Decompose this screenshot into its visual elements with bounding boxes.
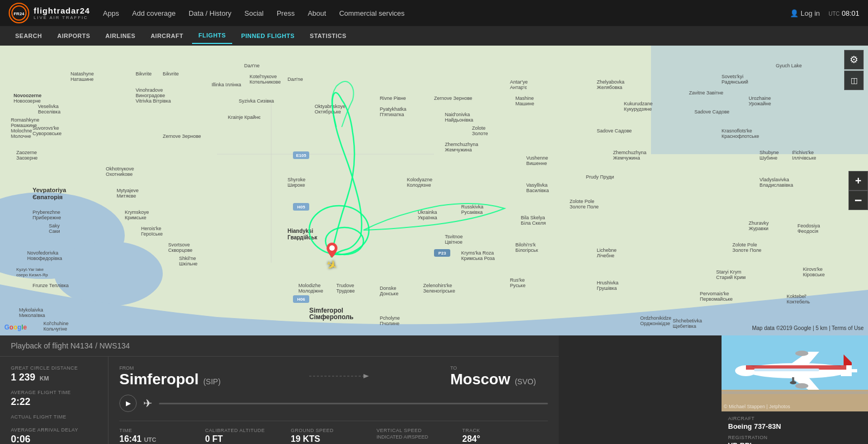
- zoom-in-button[interactable]: +: [848, 171, 868, 191]
- svg-text:Kotel'nyкоve: Kotel'nyкоve: [250, 74, 277, 79]
- svg-text:Бikvrite: Бikvrite: [163, 71, 178, 77]
- svg-text:Zolote Pole: Zolote Pole: [732, 242, 757, 248]
- svg-text:Kolodyazne: Kolodyazne: [407, 177, 432, 182]
- svg-text:Novofedorivka: Novofedorivka: [27, 250, 59, 256]
- svg-text:Zaozerne: Zaozerne: [16, 150, 37, 155]
- svg-text:Vitrivka Вітрівка: Vitrivka Вітрівка: [136, 98, 171, 104]
- aircraft-panel: ×: [722, 335, 868, 444]
- subnav-pinned-flights[interactable]: PINNED FLIGHTS: [234, 28, 301, 43]
- layers-button[interactable]: ◫: [844, 71, 864, 90]
- sub-navigation: SEARCH AIRPORTS AIRLINES AIRCRAFT FLIGHT…: [0, 26, 868, 46]
- svg-text:Миколаївка: Миколаївка: [19, 313, 45, 318]
- svg-text:Молодіжне: Молодіжне: [298, 288, 323, 294]
- svg-text:Staryi Krym: Staryi Krym: [716, 269, 742, 275]
- svg-text:Первомайське: Первомайське: [700, 296, 733, 302]
- playback-progress-bar[interactable]: [159, 403, 548, 404]
- map-container[interactable]: E105 H05 P23 H06 Novoozerne Новоозерне V…: [0, 46, 868, 335]
- subnav-airports[interactable]: AIRPORTS: [50, 28, 97, 43]
- svg-text:Грушівка: Грушівка: [597, 286, 617, 291]
- svg-text:Vladyslavivka: Vladyslavivka: [760, 177, 789, 182]
- subnav-aircraft[interactable]: AIRCRAFT: [144, 28, 190, 43]
- svg-text:Веселівка: Веселівка: [38, 109, 60, 115]
- svg-text:Trudove: Trudove: [336, 283, 354, 288]
- svg-text:Білогірськ: Білогірськ: [515, 248, 538, 253]
- svg-point-5: [54, 241, 163, 306]
- stats-column: GREAT CIRCLE DISTANCE 1 239 KM AVERAGE F…: [0, 357, 108, 444]
- subnav-airlines[interactable]: AIRLINES: [99, 28, 142, 43]
- svg-text:Urozhaine: Urozhaine: [749, 96, 771, 101]
- svg-text:Oktyabr'skoye: Oktyabr'skoye: [315, 104, 346, 109]
- flight-panel: Playback of flight N4134 / NWS134 GREAT …: [0, 335, 559, 444]
- svg-text:Mytyajeve: Mytyajeve: [117, 188, 139, 193]
- svg-text:Кримське: Кримське: [125, 215, 146, 220]
- from-block: FROM Simferopol (SIP): [119, 365, 228, 388]
- svg-text:Zolote Pole: Zolote Pole: [570, 199, 595, 204]
- logo[interactable]: FR24 flightradar24 LIVE AIR TRAFFIC: [9, 3, 90, 23]
- svg-text:Shyroke: Shyroke: [288, 177, 305, 182]
- svg-text:Шубине: Шубине: [760, 155, 777, 161]
- svg-text:Орджонікідзе: Орджонікідзе: [640, 321, 670, 326]
- svg-text:Herois'ke: Herois'ke: [141, 226, 161, 231]
- svg-text:Zhemchuzhyna: Zhemchuzhyna: [613, 150, 647, 155]
- svg-text:Kukurudzane: Kukurudzane: [624, 101, 653, 106]
- zoom-controls: + −: [848, 171, 868, 210]
- nav-apps[interactable]: Apps: [103, 9, 119, 17]
- nav-commercial[interactable]: Commercial services: [339, 9, 405, 17]
- svg-text:Pyatykhatka: Pyatykhatka: [380, 106, 406, 112]
- flight-data-row: TIME 16:41 UTC ⤢ ⇌ 🖼 CALIBRATE: [119, 421, 548, 444]
- svg-text:Lichebne: Lichebne: [597, 248, 617, 253]
- svg-text:FR24: FR24: [14, 11, 24, 16]
- svg-text:Колодязне: Колодязне: [407, 182, 431, 188]
- actual-flight-stat: ACTUAL FLIGHT TIME: [11, 414, 97, 421]
- subnav-flights[interactable]: FLIGHTS: [192, 28, 233, 44]
- map-background: E105 H05 P23 H06 Novoozerne Новоозерне V…: [0, 46, 868, 335]
- subnav-statistics[interactable]: STATISTICS: [303, 28, 353, 43]
- user-icon: 👤: [790, 9, 799, 17]
- vertical-speed-data: VERTICAL SPEED INDICATED AIRSPEED 🔒: [376, 428, 462, 444]
- login-button[interactable]: 👤 Log in: [790, 9, 820, 17]
- settings-button[interactable]: ⚙: [844, 50, 864, 69]
- nav-data-history[interactable]: Data / History: [189, 9, 232, 17]
- svg-text:Зеленогірське: Зеленогірське: [423, 288, 455, 294]
- time-data: TIME 16:41 UTC ⤢ ⇌ 🖼: [119, 428, 205, 444]
- svg-text:Krainje Крайнє: Krainje Крайнє: [228, 115, 261, 120]
- svg-text:Охотниkове: Охотниkове: [106, 172, 132, 177]
- subnav-search[interactable]: SEARCH: [9, 28, 48, 43]
- svg-text:Natashyne: Natashyne: [71, 71, 94, 77]
- play-button[interactable]: ▶: [119, 395, 137, 412]
- route-row: FROM Simferopol (SIP) TO: [119, 365, 548, 388]
- svg-text:Виноградове: Виноградове: [136, 93, 165, 98]
- svg-text:Sovets'kyi: Sovets'kyi: [722, 74, 743, 79]
- avg-flight-stat: AVERAGE FLIGHT TIME 2:22: [11, 390, 97, 408]
- svg-text:Mykolaivka: Mykolaivka: [19, 307, 43, 313]
- svg-text:Героїське: Героїське: [141, 231, 163, 237]
- svg-text:Naid'onivka: Naid'onivka: [445, 112, 470, 117]
- svg-text:Illinka Іллінка: Illinka Іллінка: [212, 82, 241, 87]
- svg-text:Владиславівка: Владиславівка: [760, 182, 793, 188]
- svg-text:Dал'ne: Dал'ne: [288, 77, 303, 82]
- svg-text:Pcholyne: Pcholyne: [380, 315, 400, 321]
- svg-text:Ukrainka: Ukrainka: [418, 210, 437, 215]
- flight-route-column: FROM Simferopol (SIP) TO: [108, 357, 559, 444]
- nav-about[interactable]: About: [308, 9, 326, 17]
- svg-text:Krasnoflots'ke: Krasnoflots'ke: [722, 128, 752, 134]
- map-attribution: Map data ©2019 Google | 5 km | Terms of …: [752, 325, 864, 331]
- nav-press[interactable]: Press: [277, 9, 295, 17]
- panel-header: Playback of flight N4134 / NWS134: [0, 335, 559, 357]
- svg-text:Veselivka: Veselivka: [38, 104, 59, 109]
- nav-add-coverage[interactable]: Add coverage: [132, 9, 176, 17]
- svg-text:Rus'ke: Rus'ke: [510, 277, 525, 283]
- svg-text:Russkivka: Russkivka: [461, 204, 483, 210]
- svg-text:Vasyllivka: Vasyllivka: [526, 182, 547, 188]
- nav-social[interactable]: Social: [244, 9, 263, 17]
- svg-text:Prudy Пруди: Prudy Пруди: [586, 174, 614, 180]
- map-controls: ⚙ ◫: [840, 46, 868, 94]
- svg-text:Кукурудзяне: Кукурудзяне: [624, 106, 652, 112]
- svg-text:Жемчужина: Жемчужина: [613, 155, 640, 161]
- zoom-out-button[interactable]: −: [848, 191, 868, 210]
- svg-text:Feodosiya: Feodosiya: [797, 223, 820, 229]
- svg-text:Русаківка: Русаківка: [461, 210, 483, 215]
- svg-text:P23: P23: [438, 251, 446, 256]
- svg-text:Євпаторія: Євпаторія: [33, 194, 63, 200]
- svg-text:Mashinе: Mashinе: [515, 96, 534, 101]
